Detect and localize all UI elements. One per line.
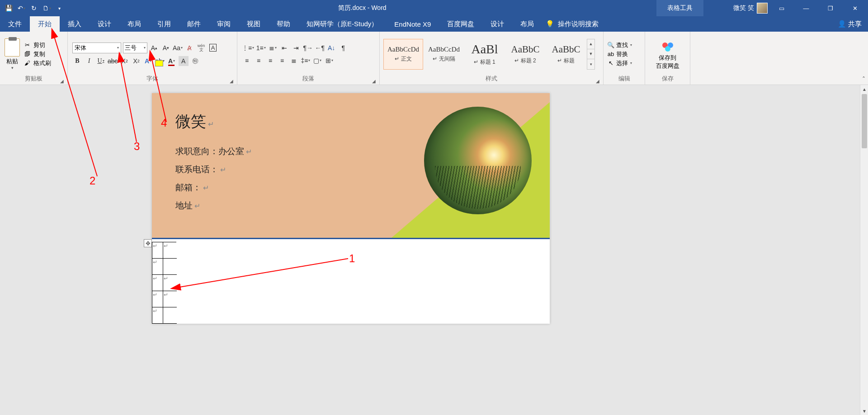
resume-name[interactable]: 微笑 xyxy=(175,113,206,130)
replace-button[interactable]: ab替换 xyxy=(607,50,632,58)
underline-button[interactable]: U▾ xyxy=(96,56,106,66)
save-icon[interactable]: 💾 xyxy=(5,4,13,12)
tell-me-search[interactable]: 操作说明搜索 xyxy=(558,16,607,32)
profile-photo[interactable] xyxy=(424,107,532,214)
tab-view[interactable]: 视图 xyxy=(239,16,269,32)
new-doc-icon[interactable]: 🗋▾ xyxy=(42,4,51,12)
font-name-combo[interactable]: 宋体▾ xyxy=(72,42,121,53)
minimize-button[interactable]: ― xyxy=(796,0,816,16)
rtl-button[interactable]: ←¶ xyxy=(315,43,325,53)
line-spacing-button[interactable]: ‡≡▾ xyxy=(301,56,311,66)
borders-button[interactable]: ⊞▾ xyxy=(324,56,334,66)
style-card-3[interactable]: AaBbC↵ 标题 2 xyxy=(505,39,545,70)
tab-help[interactable]: 帮助 xyxy=(269,16,298,32)
italic-button[interactable]: I xyxy=(84,56,94,66)
qat-customize-icon[interactable]: ▾ xyxy=(55,4,63,12)
tab-file[interactable]: 文件 xyxy=(0,16,30,32)
style-card-0[interactable]: AaBbCcDd↵ 正文 xyxy=(383,39,423,70)
tab-table-layout[interactable]: 布局 xyxy=(512,16,542,32)
align-right-button[interactable]: ≡ xyxy=(265,56,275,66)
paste-dropdown-icon[interactable]: ▾ xyxy=(11,66,14,70)
find-button[interactable]: 🔍查找▾ xyxy=(607,41,632,49)
format-painter-button[interactable]: 🖌格式刷 xyxy=(24,59,51,67)
show-marks-button[interactable]: ¶ xyxy=(338,43,348,53)
tab-home[interactable]: 开始 xyxy=(30,16,60,32)
tab-endnote[interactable]: EndNote X9 xyxy=(386,16,439,32)
sort-button[interactable]: A↓ xyxy=(326,43,336,53)
decrease-indent-button[interactable]: ⇤ xyxy=(279,43,289,53)
tab-table-design[interactable]: 设计 xyxy=(482,16,512,32)
share-button[interactable]: 👤 共享 xyxy=(831,20,868,28)
resume-table[interactable]: ↵↵ ↵ ↵↵ ↵↵ ↵ xyxy=(152,242,177,324)
vertical-scrollbar[interactable]: ▲ ▼ xyxy=(860,85,868,415)
dialog-launcher-icon[interactable]: ◢ xyxy=(372,79,376,84)
tab-design[interactable]: 设计 xyxy=(90,16,119,32)
justify-button[interactable]: ≡ xyxy=(277,56,287,66)
align-center-button[interactable]: ≡ xyxy=(254,56,264,66)
styles-gallery[interactable]: AaBbCcDd↵ 正文AaBbCcDd↵ 无间隔AaBl↵ 标题 1AaBbC… xyxy=(382,36,597,72)
distributed-button[interactable]: ≣ xyxy=(289,56,299,66)
tab-insert[interactable]: 插入 xyxy=(60,16,90,32)
email-label[interactable]: 邮箱： xyxy=(175,183,201,192)
cut-button[interactable]: ✂剪切 xyxy=(24,41,51,49)
bullets-button[interactable]: ⋮≡▾ xyxy=(242,43,254,53)
subscript-button[interactable]: X2 xyxy=(120,56,130,66)
job-intention-value[interactable]: 办公室 xyxy=(218,146,244,156)
ltr-button[interactable]: ¶→ xyxy=(303,43,313,53)
style-card-1[interactable]: AaBbCcDd↵ 无间隔 xyxy=(424,39,464,70)
document-canvas[interactable]: 微笑↵ 求职意向：办公室↵ 联系电话：↵ 邮箱：↵ 地址↵ ✥ ↵↵ ↵ ↵↵ … xyxy=(0,85,860,415)
superscript-button[interactable]: X2 xyxy=(132,56,142,66)
address-label[interactable]: 地址 xyxy=(175,201,193,210)
font-size-combo[interactable]: 三号▾ xyxy=(123,42,147,53)
enclose-characters-button[interactable]: ㊕ xyxy=(190,56,200,66)
user-account[interactable]: 微笑 笑 xyxy=(733,3,768,14)
tab-layout[interactable]: 布局 xyxy=(119,16,149,32)
tab-cnki[interactable]: 知网研学（原E-Study） xyxy=(298,16,386,32)
undo-icon[interactable]: ↶▾ xyxy=(17,4,25,12)
gallery-up-icon[interactable]: ▲ xyxy=(587,39,594,49)
tab-baidu[interactable]: 百度网盘 xyxy=(439,16,482,32)
maximize-button[interactable]: ❐ xyxy=(820,0,841,16)
select-button[interactable]: ↖选择▾ xyxy=(607,59,632,67)
shrink-font-button[interactable]: A▾ xyxy=(161,43,171,53)
style-card-2[interactable]: AaBl↵ 标题 1 xyxy=(465,39,505,70)
style-card-4[interactable]: AaBbC↵ 标题 xyxy=(546,39,586,70)
phone-label[interactable]: 联系电话： xyxy=(175,165,218,174)
dialog-launcher-icon[interactable]: ◢ xyxy=(596,79,599,84)
scroll-down-icon[interactable]: ▼ xyxy=(860,407,868,415)
dialog-launcher-icon[interactable]: ◢ xyxy=(230,79,233,84)
scroll-thumb[interactable] xyxy=(862,94,867,148)
grow-font-button[interactable]: A▴ xyxy=(149,43,159,53)
tab-mailings[interactable]: 邮件 xyxy=(179,16,209,32)
multilevel-list-button[interactable]: ≣▾ xyxy=(268,43,278,53)
highlight-button[interactable]: ab▾ xyxy=(155,56,165,66)
redo-icon[interactable]: ↻ xyxy=(30,4,38,12)
gallery-more-icon[interactable]: ▾ xyxy=(587,59,594,69)
table-move-handle-icon[interactable]: ✥ xyxy=(144,239,152,247)
copy-button[interactable]: 🗐复制 xyxy=(24,50,51,58)
change-case-button[interactable]: Aa▾ xyxy=(173,43,183,53)
scroll-up-icon[interactable]: ▲ xyxy=(860,85,868,93)
shading-button[interactable]: ▢▾ xyxy=(312,56,322,66)
table-area[interactable]: ✥ ↵↵ ↵ ↵↵ ↵↵ ↵ xyxy=(152,242,550,324)
strikethrough-button[interactable]: abc xyxy=(108,56,118,66)
close-button[interactable]: ✕ xyxy=(844,0,865,16)
increase-indent-button[interactable]: ⇥ xyxy=(291,43,301,53)
paste-button[interactable]: 粘贴 ▾ xyxy=(2,37,23,72)
save-netdisk-button[interactable]: 保存到 百度网盘 xyxy=(656,54,679,70)
collapse-ribbon-icon[interactable]: ˄ xyxy=(862,75,865,83)
character-shading-button[interactable]: A xyxy=(179,56,189,66)
tab-review[interactable]: 审阅 xyxy=(209,16,239,32)
numbering-button[interactable]: 1≡▾ xyxy=(256,43,266,53)
job-intention-label[interactable]: 求职意向： xyxy=(175,146,218,156)
tab-references[interactable]: 引用 xyxy=(149,16,179,32)
ribbon-display-options-icon[interactable]: ▭ xyxy=(771,0,792,16)
phonetic-guide-button[interactable]: wén文 xyxy=(196,43,206,53)
bold-button[interactable]: B xyxy=(72,56,82,66)
gallery-nav[interactable]: ▲▼▾ xyxy=(587,39,595,70)
character-border-button[interactable]: A xyxy=(208,43,218,53)
baidu-netdisk-icon[interactable] xyxy=(660,38,675,54)
align-left-button[interactable]: ≡ xyxy=(242,56,252,66)
clear-formatting-button[interactable]: A̷ xyxy=(184,43,194,53)
text-effects-button[interactable]: A▾ xyxy=(143,56,153,66)
